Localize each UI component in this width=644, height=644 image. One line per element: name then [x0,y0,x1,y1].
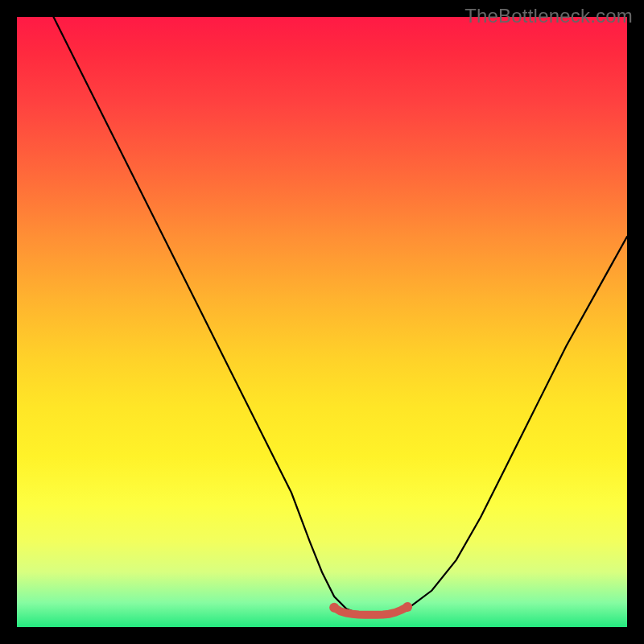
chart-frame: TheBottleneck.com [0,0,644,644]
main-curve [53,17,627,615]
marker-end-dot [402,602,412,612]
marker-start-dot [329,603,339,613]
watermark-text: TheBottleneck.com [464,5,633,27]
chart-svg [17,17,627,627]
